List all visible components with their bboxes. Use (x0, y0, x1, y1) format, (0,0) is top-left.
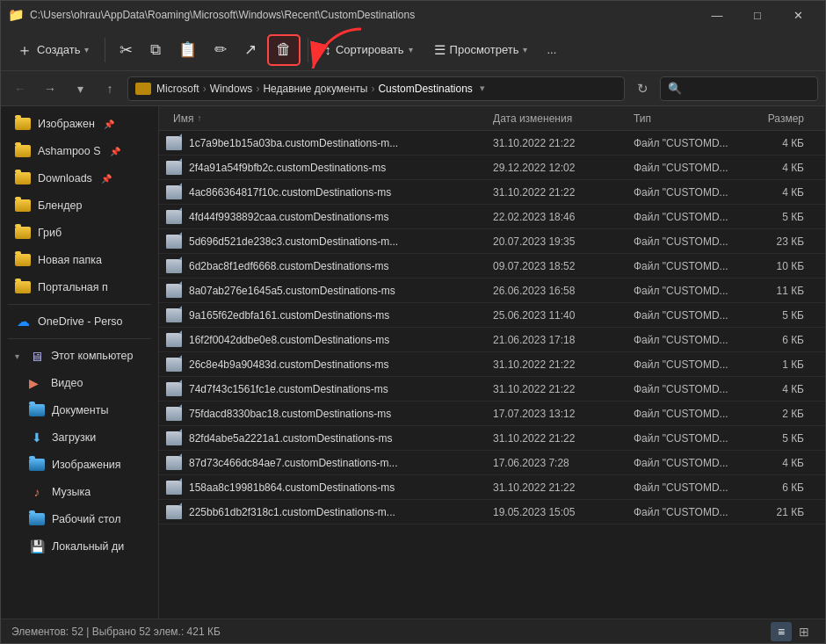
minimize-button[interactable]: — (697, 1, 737, 29)
table-row[interactable]: 4fd44f9938892caa.customDestinations-ms 2… (159, 205, 825, 229)
file-area: Имя ↑ Дата изменения Тип Размер 1c7a9be1… (159, 106, 825, 619)
breadcrumb-current: CustomDestinations (378, 83, 472, 95)
file-date: 29.12.2022 12:02 (493, 162, 634, 174)
sidebar-item-music[interactable]: ♪ Музыка (4, 479, 155, 505)
folder-yellow-icon (15, 116, 31, 132)
file-icon (166, 308, 182, 322)
file-type: Файл "CUSTOMD... (634, 309, 748, 322)
sidebar-item-newdir[interactable]: Новая папка (4, 247, 155, 273)
refresh-button[interactable]: ↻ (630, 76, 655, 101)
file-type: Файл "CUSTOMD... (634, 137, 748, 149)
sidebar-item-desktop[interactable]: Рабочий стол (4, 506, 155, 532)
file-date: 20.07.2023 19:35 (493, 235, 634, 248)
rename-button[interactable]: ✏ (207, 34, 234, 66)
file-date: 09.07.2023 18:52 (493, 260, 634, 272)
search-box[interactable]: 🔍 (660, 76, 818, 101)
disk-icon: 💾 (29, 539, 45, 554)
file-type: Файл "CUSTOMD... (634, 186, 748, 199)
copy-button[interactable]: ⧉ (143, 34, 168, 66)
file-date: 22.02.2023 18:46 (493, 211, 634, 223)
col-size-header[interactable]: Размер (748, 112, 818, 125)
list-view-button[interactable]: ≡ (771, 622, 792, 641)
breadcrumb-microsoft[interactable]: Microsoft (156, 83, 199, 95)
create-button[interactable]: ＋ Создать ▾ (8, 34, 98, 66)
file-name: 225bb61db2f318c1.customDestinations-m... (189, 506, 493, 518)
file-icon (166, 185, 182, 199)
file-size: 6 КБ (748, 481, 818, 494)
share-button[interactable]: ↗ (237, 34, 264, 66)
recent-button[interactable]: ▾ (68, 76, 92, 101)
file-icon (166, 481, 182, 495)
table-row[interactable]: 9a165f62edbfa161.customDestinations-ms 2… (159, 303, 825, 328)
file-type: Файл "CUSTOMD... (634, 334, 748, 346)
forward-button[interactable]: → (38, 76, 62, 101)
sidebar-item-thispc[interactable]: ▾ 🖥 Этот компьютер (4, 343, 155, 369)
file-name: 8a07ab276e1645a5.customDestinations-ms (189, 285, 493, 297)
create-chevron-icon: ▾ (84, 45, 89, 54)
computer-icon: 🖥 (28, 348, 44, 364)
more-button[interactable]: ... (540, 34, 563, 66)
table-row[interactable]: 4ac866364817f10c.customDestinations-ms 3… (159, 180, 825, 205)
file-icon (166, 382, 182, 396)
sidebar-item-onedrive[interactable]: ☁ OneDrive - Perso (4, 308, 155, 335)
title-bar-text: C:\Users\ohrau\AppData\Roaming\Microsoft… (30, 9, 415, 21)
file-name: 82fd4abe5a2221a1.customDestinations-ms (189, 432, 493, 445)
up-button[interactable]: ↑ (98, 76, 122, 101)
music-icon: ♪ (29, 484, 45, 500)
table-row[interactable]: 74d7f43c1561fc1e.customDestinations-ms 3… (159, 377, 825, 402)
table-row[interactable]: 1c7a9be1b15a03ba.customDestinations-m...… (159, 131, 825, 156)
sidebar-item-blender[interactable]: Блендер (4, 192, 155, 219)
table-row[interactable]: 75fdacd8330bac18.customDestinations-ms 1… (159, 402, 825, 426)
file-date: 31.10.2022 21:22 (493, 358, 634, 371)
grid-view-button[interactable]: ⊞ (793, 622, 815, 641)
table-row[interactable]: 8a07ab276e1645a5.customDestinations-ms 2… (159, 279, 825, 303)
breadcrumb-recent[interactable]: Недавние документы (263, 83, 367, 95)
close-button[interactable]: ✕ (778, 1, 818, 29)
maximize-button[interactable]: □ (737, 1, 778, 29)
table-row[interactable]: 16f2f0042ddbe0e8.customDestinations-ms 2… (159, 328, 825, 352)
create-icon: ＋ (17, 40, 33, 61)
sidebar-item-video[interactable]: ▶ Видео (4, 370, 155, 396)
file-name: 4ac866364817f10c.customDestinations-ms (189, 186, 493, 199)
cut-button[interactable]: ✂ (112, 34, 140, 66)
file-type: Файл "CUSTOMD... (634, 358, 748, 371)
file-type: Файл "CUSTOMD... (634, 235, 748, 248)
sidebar-item-documents[interactable]: Документы (4, 397, 155, 423)
sidebar-item-pictures[interactable]: Изображения (4, 452, 155, 478)
breadcrumb[interactable]: Microsoft › Windows › Недавние документы… (127, 76, 625, 101)
paste-button[interactable]: 📋 (171, 34, 204, 66)
sidebar-item-localdisk[interactable]: 💾 Локальный ди (4, 533, 155, 560)
file-date: 31.10.2022 21:22 (493, 383, 634, 395)
sidebar-item-ashampoo[interactable]: Ashampoo S 📌 (4, 138, 155, 164)
rename-icon: ✏ (214, 40, 227, 59)
col-type-header[interactable]: Тип (634, 112, 748, 125)
file-name: 16f2f0042ddbe0e8.customDestinations-ms (189, 334, 493, 346)
table-row[interactable]: 158aa8c19981b864.customDestinations-ms 3… (159, 475, 825, 500)
table-row[interactable]: 6d2bac8f1edf6668.customDestinations-ms 0… (159, 254, 825, 279)
table-row[interactable]: 2f4a91a54f9bfb2c.customDestinations-ms 2… (159, 156, 825, 180)
table-row[interactable]: 87d73c466dc84ae7.customDestinations-m...… (159, 451, 825, 475)
file-icon (166, 456, 182, 470)
table-row[interactable]: 82fd4abe5a2221a1.customDestinations-ms 3… (159, 426, 825, 451)
sidebar-item-portable[interactable]: Портальная п (4, 274, 155, 300)
desktop-icon (29, 511, 45, 527)
file-name: 6d2bac8f1edf6668.customDestinations-ms (189, 260, 493, 272)
sidebar-item-downloads2[interactable]: ⬇ Загрузки (4, 424, 155, 451)
breadcrumb-expand-icon[interactable]: ▾ (480, 83, 485, 94)
back-button[interactable]: ← (8, 76, 33, 101)
col-name-header[interactable]: Имя ↑ (166, 112, 493, 125)
sidebar-item-grib[interactable]: Гриб (4, 220, 155, 246)
sort-label: Сортировать (336, 43, 404, 56)
table-row[interactable]: 225bb61db2f318c1.customDestinations-m...… (159, 500, 825, 525)
sort-button[interactable]: ↕ Сортировать ▾ (315, 34, 421, 66)
col-date-header[interactable]: Дата изменения (493, 112, 634, 125)
sidebar-item-downloads[interactable]: Downloads 📌 (4, 165, 155, 192)
delete-button[interactable]: 🗑 (267, 34, 301, 66)
table-row[interactable]: 26c8e4b9a90483d.customDestinations-ms 31… (159, 352, 825, 377)
file-name: 75fdacd8330bac18.customDestinations-ms (189, 408, 493, 420)
breadcrumb-windows[interactable]: Windows (210, 83, 253, 95)
table-row[interactable]: 5d696d521de238c3.customDestinations-m...… (159, 229, 825, 254)
sidebar-item-images[interactable]: Изображен 📌 (4, 111, 155, 137)
view-button[interactable]: ☰ Просмотреть ▾ (425, 34, 537, 66)
file-name: 87d73c466dc84ae7.customDestinations-m... (189, 457, 493, 469)
